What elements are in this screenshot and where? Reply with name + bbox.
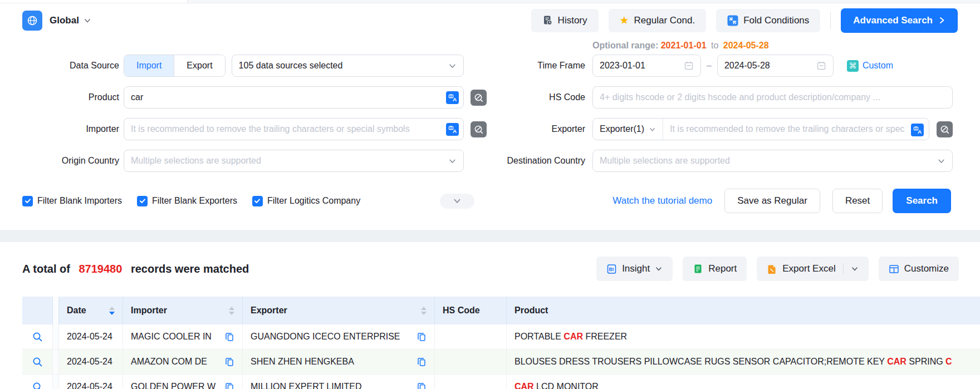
- start-date-input[interactable]: 2023-01-01: [592, 55, 701, 77]
- report-label: Report: [708, 263, 737, 274]
- export-tab[interactable]: Export: [174, 55, 224, 76]
- magnifier-icon: [32, 332, 43, 342]
- cell-importer[interactable]: GOLDEN POWER W: [131, 382, 215, 389]
- translate-icon[interactable]: A: [446, 123, 459, 136]
- expand-conditions-button[interactable]: [440, 194, 474, 209]
- customize-label: Customize: [904, 263, 949, 274]
- customize-button[interactable]: Customize: [879, 257, 959, 281]
- checkbox-label: Filter Blank Exporters: [152, 196, 237, 206]
- tutorial-link[interactable]: Watch the tutorial demo: [612, 195, 712, 206]
- table-row[interactable]: 2024-05-24 AMAZON COM DE SHEN ZHEN HENGK…: [22, 349, 980, 375]
- end-date-input[interactable]: 2024-05-28: [717, 55, 834, 77]
- view-record-button[interactable]: [32, 357, 43, 367]
- exporter-type-select[interactable]: Exporter(1): [593, 119, 663, 140]
- column-header-product: Product: [514, 306, 548, 316]
- copy-importer-button[interactable]: [225, 332, 234, 342]
- cell-exporter[interactable]: MILLION EXPERT LIMITED: [251, 382, 361, 389]
- data-source-label: Data Source: [22, 61, 119, 71]
- view-record-button[interactable]: [32, 382, 43, 389]
- fold-icon: [727, 15, 738, 26]
- reset-button[interactable]: Reset: [832, 189, 883, 213]
- copy-icon: [417, 332, 427, 342]
- regular-cond-button[interactable]: ★ Regular Cond.: [609, 9, 707, 32]
- table-row[interactable]: 2024-05-24 GOLDEN POWER W MILLION EXPERT…: [22, 375, 980, 389]
- data-source-toggle: Import Export: [124, 55, 226, 77]
- custom-link[interactable]: Custom: [863, 61, 893, 71]
- copy-exporter-button[interactable]: [417, 357, 427, 367]
- optional-range-start: 2021-01-01: [661, 41, 707, 50]
- cell-exporter[interactable]: SHEN ZHEN HENGKEBA: [251, 357, 354, 367]
- import-tab[interactable]: Import: [124, 55, 174, 76]
- results-section: A total of 8719480 records were matched …: [0, 242, 980, 389]
- chevron-down-icon: [448, 157, 457, 165]
- chevron-down-icon: [937, 157, 945, 165]
- time-frame-label: Time Frame: [487, 61, 585, 71]
- report-button[interactable]: Report: [683, 257, 747, 281]
- chevron-down-icon[interactable]: [851, 265, 859, 273]
- history-button[interactable]: History: [531, 9, 599, 32]
- copy-importer-button[interactable]: [225, 382, 234, 389]
- filter-blank-importers-checkbox[interactable]: Filter Blank Importers: [22, 196, 122, 206]
- fold-conditions-button[interactable]: Fold Conditions: [716, 9, 820, 32]
- copy-exporter-button[interactable]: [417, 332, 427, 342]
- cell-date: 2024-05-24: [67, 332, 112, 342]
- sort-date-button[interactable]: [101, 307, 115, 315]
- checkbox-checked-icon: [137, 196, 148, 206]
- exporter-input[interactable]: [663, 119, 929, 140]
- total-prefix: A total of: [22, 263, 70, 275]
- cell-exporter[interactable]: GUANGDONG ICECO ENTERPRISE: [251, 332, 400, 342]
- cell-importer[interactable]: AMAZON COM DE: [131, 357, 207, 367]
- insight-button[interactable]: BI Insight: [596, 257, 673, 281]
- importer-input[interactable]: [124, 118, 464, 140]
- product-input[interactable]: [124, 86, 464, 109]
- excel-icon: [767, 264, 777, 274]
- sort-exporter-button[interactable]: [413, 307, 427, 315]
- translate-icon[interactable]: A: [446, 91, 459, 104]
- data-sources-select[interactable]: 105 data sources selected: [232, 55, 464, 77]
- app-bar: Global History ★ Regular Cond. Fold Cond…: [0, 3, 980, 37]
- region-selector[interactable]: Global: [22, 11, 91, 31]
- search-button[interactable]: Search: [893, 189, 951, 213]
- custom-shortcut-icon[interactable]: ⌘: [847, 60, 859, 72]
- fixed-column-divider: [53, 349, 59, 374]
- copy-icon: [225, 332, 234, 342]
- origin-country-placeholder: Multiple selections are supported: [131, 156, 261, 166]
- data-sources-value: 105 data sources selected: [239, 61, 343, 71]
- chevron-down-icon: [655, 265, 663, 273]
- report-icon: [693, 264, 703, 274]
- copy-importer-button[interactable]: [225, 357, 234, 367]
- sort-importer-button[interactable]: [221, 307, 234, 315]
- calendar-icon: [684, 61, 694, 71]
- cell-date: 2024-05-24: [67, 382, 112, 389]
- magnifier-icon: [32, 382, 43, 389]
- translate-icon[interactable]: A: [911, 124, 924, 136]
- match-mode-toggle[interactable]: [471, 121, 487, 137]
- cell-importer[interactable]: MAGIC COOLER IN: [131, 332, 212, 342]
- export-excel-button[interactable]: Export Excel: [757, 257, 868, 281]
- copy-exporter-button[interactable]: [417, 382, 427, 389]
- fixed-column-divider: [53, 375, 59, 389]
- hs-code-input[interactable]: [592, 86, 953, 109]
- match-mode-toggle[interactable]: [937, 121, 953, 137]
- table-row[interactable]: 2024-05-24 MAGIC COOLER IN GUANGDONG ICE…: [22, 324, 980, 349]
- match-mode-toggle[interactable]: [471, 90, 487, 106]
- copy-icon: [417, 382, 427, 389]
- view-record-button[interactable]: [32, 332, 43, 342]
- column-header-hscode: HS Code: [443, 306, 480, 316]
- filter-blank-exporters-checkbox[interactable]: Filter Blank Exporters: [137, 196, 237, 206]
- optional-range-end: 2024-05-28: [723, 41, 769, 50]
- importer-label: Importer: [22, 124, 119, 134]
- destination-country-select[interactable]: Multiple selections are supported: [592, 150, 953, 172]
- history-label: History: [558, 15, 587, 26]
- origin-country-select[interactable]: Multiple selections are supported: [124, 150, 464, 172]
- svg-text:BI: BI: [609, 267, 614, 272]
- advanced-search-button[interactable]: Advanced Search: [841, 8, 958, 33]
- insight-icon: BI: [606, 264, 617, 274]
- svg-text:A: A: [453, 96, 457, 102]
- filter-logistics-company-checkbox[interactable]: Filter Logitics Company: [252, 196, 360, 206]
- cell-product: CAR LCD MONITOR: [514, 382, 599, 389]
- copy-icon: [225, 382, 234, 389]
- product-label: Product: [22, 92, 119, 102]
- fixed-column-divider: [53, 297, 59, 324]
- save-as-regular-button[interactable]: Save as Regular: [724, 189, 820, 213]
